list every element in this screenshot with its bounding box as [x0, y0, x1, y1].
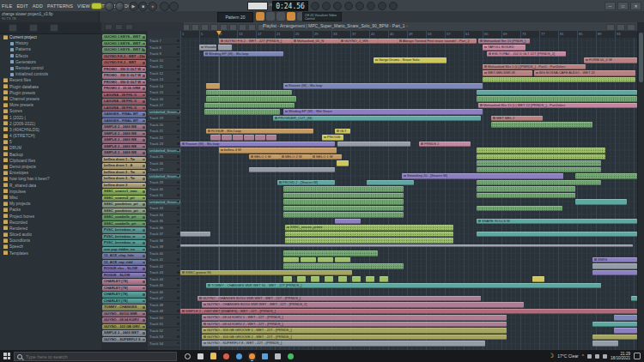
playlist-clip[interactable] [367, 180, 414, 186]
track-mute-icon[interactable] [177, 188, 179, 190]
playlist-clip[interactable] [206, 90, 292, 96]
browser-item[interactable]: Initialized controls [0, 71, 101, 77]
shortcut-icon-4[interactable] [287, 12, 295, 21]
track-mute-icon[interactable] [177, 226, 179, 229]
browser-item[interactable]: Speech [0, 244, 101, 250]
playlist-close-icon[interactable] [627, 24, 635, 31]
playlist-clip[interactable] [483, 77, 635, 83]
browser-item[interactable]: Patterns [0, 46, 101, 52]
channel-mute-led[interactable] [143, 87, 145, 90]
browser-item[interactable]: Demo projects [0, 164, 101, 170]
track-mute-icon[interactable] [177, 111, 179, 113]
delete-tool-icon[interactable] [201, 24, 209, 31]
track-mute-icon[interactable] [177, 232, 179, 235]
playlist-clip[interactable]: SNRS [592, 257, 637, 263]
playlist-clip[interactable] [206, 83, 220, 89]
track-mute-icon[interactable] [177, 91, 179, 94]
channel-button[interactable]: GUCHO 1 KEYS - WET 2 [102, 47, 146, 53]
playlist-clip[interactable]: GUYNO F.K.2 - WET - 22T [PRNDS_] [219, 39, 292, 45]
browser-item[interactable]: 2 (2009-2021) [0, 121, 101, 127]
browser-item[interactable]: how long has it been? [0, 176, 101, 182]
maximize-button[interactable]: □ [617, 2, 629, 10]
playlist-clip[interactable] [592, 322, 637, 328]
channel-button[interactable]: SSSC_cowbells_pri [102, 221, 146, 227]
playlist-clip[interactable]: GUYNO - SUPERFLY 8 - WET - 22T - [PRNDS_… [202, 341, 485, 347]
browser-tab-plugins-icon[interactable] [29, 24, 38, 32]
channel-button[interactable]: GUYNO F.K.2 - WET [102, 60, 146, 66]
channel-button[interactable]: GUCHO 1 KEYS - WET [102, 34, 146, 40]
channel-mute-led[interactable] [143, 43, 145, 45]
channel-mute-led[interactable] [143, 190, 145, 193]
browser-item[interactable]: Current project [0, 34, 101, 40]
channel-button[interactable]: bellina drum 1 - Tw [102, 157, 146, 163]
playlist-clip[interactable]: Mohawked Snr 15 [PNDR_] [478, 39, 530, 45]
channel-mute-led[interactable] [143, 81, 145, 84]
browser-item[interactable]: Envelopes [0, 170, 101, 176]
track-mute-icon[interactable] [177, 104, 179, 106]
channel-mute-led[interactable] [143, 178, 145, 180]
playlist-clip[interactable] [210, 135, 221, 141]
playlist-clip[interactable]: SIMPLE 2 - 2469 WET [SNARES] - WET - 22T… [180, 309, 637, 315]
cortana-icon[interactable] [184, 353, 191, 360]
loop-record-icon[interactable] [355, 2, 364, 10]
track-mute-icon[interactable] [177, 329, 179, 332]
close-button[interactable]: ✕ [630, 2, 641, 10]
track-mute-icon[interactable] [177, 39, 179, 42]
browser-item[interactable]: Impulses [0, 189, 101, 195]
menu-edit[interactable]: EDIT [16, 3, 27, 9]
chrome-icon[interactable] [222, 353, 230, 360]
track-mute-icon[interactable] [177, 271, 179, 274]
channel-mute-led[interactable] [143, 210, 145, 213]
playlist-clip[interactable]: GLT [335, 129, 350, 135]
browser-item[interactable]: Backup [0, 152, 101, 158]
channel-mute-led[interactable] [143, 152, 145, 154]
menu-view[interactable]: VIEW [77, 3, 90, 9]
recording-icon[interactable] [344, 2, 353, 10]
playlist-clip[interactable] [366, 276, 374, 282]
browser-item[interactable]: Rendered [0, 226, 101, 232]
playlist-clip[interactable] [204, 109, 280, 115]
channel-button[interactable]: bellina drum 1 - A [102, 163, 146, 169]
playlist-clip[interactable]: Always Twisted First snare sounds! - Par… [398, 39, 477, 45]
edge-icon[interactable] [235, 353, 243, 360]
track-mute-icon[interactable] [177, 136, 179, 139]
browser-item[interactable]: Soundfonts [0, 238, 101, 244]
channel-mute-led[interactable] [143, 56, 145, 58]
channel-button[interactable]: 12_ACE_clap_fabr [102, 253, 146, 259]
channel-mute-led[interactable] [143, 36, 145, 39]
record-button[interactable]: ● [148, 2, 157, 11]
playlist-clip[interactable]: Visualizer [199, 45, 216, 51]
playlist-maximize-icon[interactable] [617, 24, 625, 31]
playlist-clip[interactable] [592, 335, 637, 341]
tray-expand-icon[interactable]: ^ [582, 353, 584, 359]
menu-file[interactable]: FILE [2, 3, 12, 9]
playlist-clip[interactable]: PROVD 2 - [Snares W] [277, 180, 335, 186]
track-mute-icon[interactable] [177, 175, 179, 178]
wait-for-input-icon[interactable] [322, 2, 331, 10]
browser-item[interactable]: Sliced audio [0, 232, 101, 238]
browser-item[interactable]: 5 [0, 139, 101, 145]
playlist-clip[interactable] [283, 212, 404, 218]
channel-button[interactable]: CHARLEY [78] [102, 292, 146, 298]
tray-pen-icon[interactable] [587, 354, 592, 359]
browser-item[interactable]: Project bones [0, 213, 101, 219]
spotify-icon[interactable] [287, 353, 295, 360]
count-in-icon[interactable] [311, 2, 319, 10]
playlist-vertical-scrollbar[interactable] [637, 31, 644, 350]
channel-button[interactable]: bellina drum 2 - Tw [102, 176, 146, 182]
playlist-clip[interactable] [218, 45, 232, 51]
playlist-clip[interactable] [337, 142, 410, 148]
playlist-clip[interactable] [206, 96, 296, 102]
channel-button[interactable]: bellina drum 2 - Tw [102, 170, 146, 176]
browser-item[interactable]: Packs [0, 207, 101, 213]
track-header-view-icon[interactable] [125, 24, 133, 30]
track-mute-icon[interactable] [177, 245, 179, 248]
playlist-clip[interactable]: WET-MELSNR-W [483, 70, 532, 76]
shortcut-icon-1[interactable] [256, 12, 264, 21]
channel-button[interactable]: SIMPLE 2 - 2469 WE [102, 150, 146, 156]
playlist-clip[interactable]: Winding EP (W) - Bla loop [204, 51, 283, 57]
playhead-marker-icon[interactable] [216, 31, 222, 35]
channel-button[interactable]: bellina drum 3 [102, 183, 146, 189]
track-mute-icon[interactable] [177, 124, 179, 126]
playlist-clip[interactable] [222, 135, 232, 141]
